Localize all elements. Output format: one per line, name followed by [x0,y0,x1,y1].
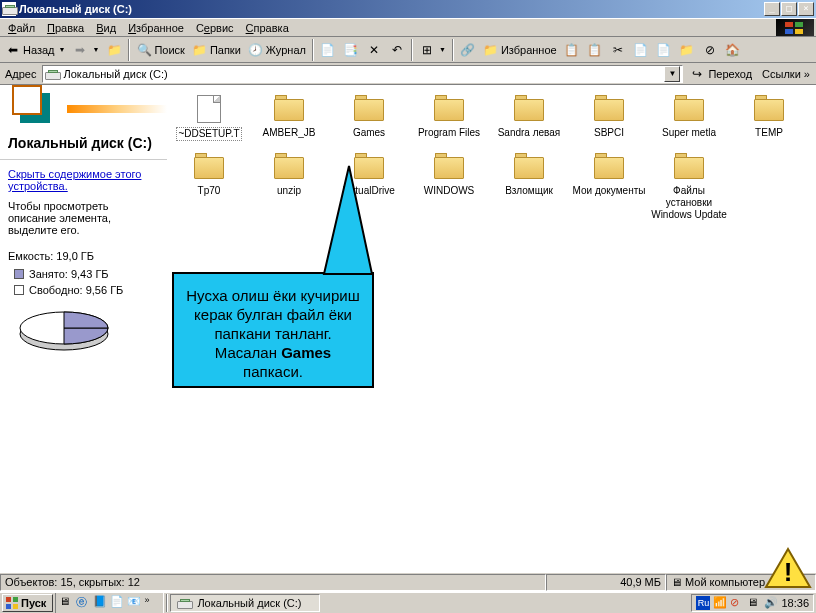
windows-logo [776,19,814,36]
tb-btn-a[interactable]: 📋 [561,39,583,61]
tray-icon[interactable]: 🔊 [764,596,778,610]
folder-item[interactable]: Мои документы [569,149,649,229]
folder-icon [593,153,625,181]
maximize-button[interactable]: □ [781,2,797,16]
folder-item[interactable]: WINDOWS [409,149,489,229]
tool-icon: 📋 [587,42,603,58]
folder-icon [673,153,705,181]
tray-icon[interactable]: 📶 [713,596,727,610]
folder-item[interactable]: Файлы установки Windows Update [649,149,729,229]
tray-clock[interactable]: 18:36 [781,597,809,609]
sidebar-used: Занято: 9,43 ГБ [14,268,159,280]
forward-icon: ➡ [72,42,88,58]
copy-button[interactable]: 📑 [340,39,362,61]
up-icon: 📁 [106,42,122,58]
sidebar-hide-link[interactable]: Скрыть содержимое этого устройства. [8,168,159,192]
svg-rect-9 [6,604,11,609]
window-title: Локальный диск (C:) [19,3,764,15]
search-button[interactable]: 🔍Поиск [133,39,187,61]
callout-line1: Нусха олиш ёки кучириш керак булган файл… [184,286,362,343]
address-dropdown[interactable]: ▼ [664,66,680,82]
status-objects: Объектов: 15, скрытых: 12 [0,574,546,591]
folder-label: Мои документы [569,185,649,197]
link-button[interactable]: 🔗 [457,39,479,61]
folder-item[interactable]: Sandra левая [489,91,569,149]
folder-item[interactable]: Взломщик [489,149,569,229]
ql-app-icon[interactable]: 📘 [93,595,109,611]
menu-favorites[interactable]: Избранное [122,21,190,35]
ql-app-icon[interactable]: 📄 [110,595,126,611]
address-field[interactable]: Локальный диск (C:) ▼ [42,65,684,83]
minimize-button[interactable]: _ [764,2,780,16]
status-size: 40,9 МБ [546,574,666,591]
ql-more-icon[interactable]: » [144,595,160,611]
svg-rect-7 [6,597,11,602]
folder-item[interactable]: Games [329,91,409,149]
move-button[interactable]: 📄 [317,39,339,61]
taskbar-task[interactable]: Локальный диск (C:) [170,594,320,612]
menu-tools[interactable]: Сервис [190,21,240,35]
folder-label: ~DDSETUP.T [176,127,241,141]
content-area: Локальный диск (C:) Скрыть содержимое эт… [0,85,816,572]
tb-btn-c[interactable]: 📄 [630,39,652,61]
go-button[interactable]: ↪Переход [685,64,756,84]
svg-text:!: ! [784,557,793,587]
search-icon: 🔍 [136,42,152,58]
ql-desktop-icon[interactable]: 🖥 [59,595,75,611]
tb-btn-d[interactable]: 📄 [653,39,675,61]
svg-marker-6 [324,166,372,274]
start-button[interactable]: Пуск [2,594,53,612]
folder-item[interactable]: TEMP [729,91,809,149]
callout-line2: Масалан Games папкаси. [184,343,362,381]
titlebar: Локальный диск (C:) _ □ × [0,0,816,18]
menu-help[interactable]: Справка [240,21,295,35]
views-button[interactable]: ⊞▼ [416,39,449,61]
menu-view[interactable]: Вид [90,21,122,35]
folder-item[interactable]: AMBER_JB [249,91,329,149]
folder-item[interactable]: SBPCI [569,91,649,149]
menu-file[interactable]: Файл [2,21,41,35]
menu-edit[interactable]: Правка [41,21,90,35]
back-button[interactable]: ⬅Назад▼ [2,39,68,61]
cut-button[interactable]: ✂ [607,39,629,61]
fav-button[interactable]: 📁Избранное [480,39,560,61]
ql-app-icon[interactable]: 📧 [127,595,143,611]
drive-icon [2,2,16,16]
close-button[interactable]: × [798,2,814,16]
tb-btn-e[interactable]: 📁 [676,39,698,61]
links-button[interactable]: Ссылки » [758,68,814,80]
lang-indicator[interactable]: Ru [696,596,710,610]
move-icon: 📄 [320,42,336,58]
folder-label: Файлы установки Windows Update [649,185,729,221]
up-button[interactable]: 📁 [103,39,125,61]
cut-icon: ✂ [610,42,626,58]
svg-rect-10 [13,604,18,609]
forward-button[interactable]: ➡▼ [69,39,102,61]
folder-label: TEMP [729,127,809,139]
back-icon: ⬅ [5,42,21,58]
sidebar: Локальный диск (C:) Скрыть содержимое эт… [0,85,167,572]
folders-button[interactable]: 📁Папки [189,39,244,61]
undo-button[interactable]: ↶ [386,39,408,61]
folder-item[interactable]: ~DDSETUP.T [169,91,249,149]
folder-label: Взломщик [489,185,569,197]
folder-item[interactable]: Tp70 [169,149,249,229]
folder-item[interactable]: Program Files [409,91,489,149]
free-swatch [14,285,24,295]
folder-item[interactable]: Super metla [649,91,729,149]
tb-btn-b[interactable]: 📋 [584,39,606,61]
folder-label: Program Files [409,127,489,139]
home-button[interactable]: 🏠 [722,39,744,61]
tray-icon[interactable]: 🖥 [747,596,761,610]
star-icon: 📁 [483,42,499,58]
journal-button[interactable]: 🕗Журнал [245,39,309,61]
disk-pie-icon [14,306,153,358]
tray-icon[interactable]: ⊘ [730,596,744,610]
folder-label: SBPCI [569,127,649,139]
warning-overlay: ! [764,547,812,591]
stop-button[interactable]: ⊘ [699,39,721,61]
delete-button[interactable]: ✕ [363,39,385,61]
ql-ie-icon[interactable]: ⓔ [76,595,92,611]
folder-label: Tp70 [169,185,249,197]
folder-label: Games [329,127,409,139]
